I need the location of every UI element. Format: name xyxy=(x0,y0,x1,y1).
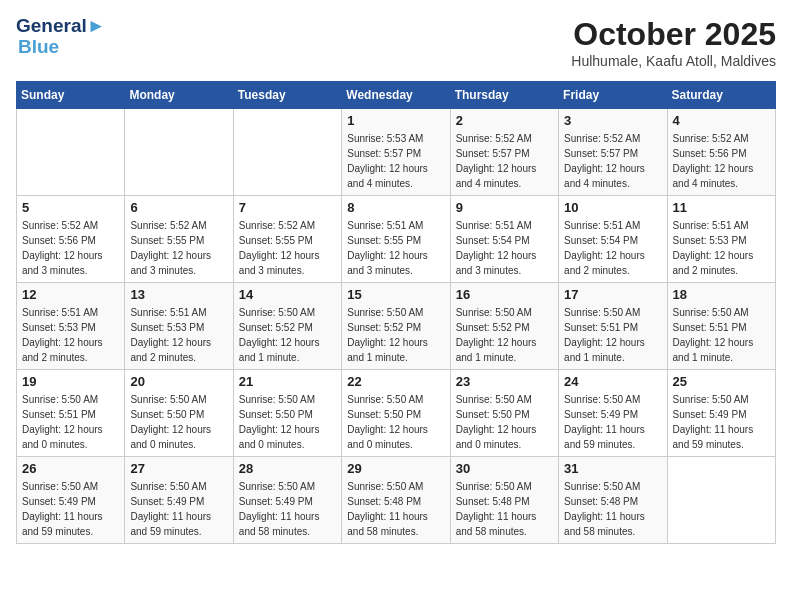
calendar-cell: 15Sunrise: 5:50 AMSunset: 5:52 PMDayligh… xyxy=(342,283,450,370)
day-number: 2 xyxy=(456,113,553,128)
calendar-cell: 17Sunrise: 5:50 AMSunset: 5:51 PMDayligh… xyxy=(559,283,667,370)
calendar-cell: 22Sunrise: 5:50 AMSunset: 5:50 PMDayligh… xyxy=(342,370,450,457)
calendar-cell: 9Sunrise: 5:51 AMSunset: 5:54 PMDaylight… xyxy=(450,196,558,283)
day-number: 23 xyxy=(456,374,553,389)
day-info: Sunrise: 5:51 AMSunset: 5:53 PMDaylight:… xyxy=(673,218,770,278)
calendar-cell xyxy=(667,457,775,544)
calendar-cell: 24Sunrise: 5:50 AMSunset: 5:49 PMDayligh… xyxy=(559,370,667,457)
day-info: Sunrise: 5:50 AMSunset: 5:51 PMDaylight:… xyxy=(673,305,770,365)
day-number: 1 xyxy=(347,113,444,128)
day-info: Sunrise: 5:50 AMSunset: 5:51 PMDaylight:… xyxy=(564,305,661,365)
day-number: 27 xyxy=(130,461,227,476)
calendar-cell: 11Sunrise: 5:51 AMSunset: 5:53 PMDayligh… xyxy=(667,196,775,283)
day-number: 28 xyxy=(239,461,336,476)
calendar-header-row: SundayMondayTuesdayWednesdayThursdayFrid… xyxy=(17,82,776,109)
week-row-5: 26Sunrise: 5:50 AMSunset: 5:49 PMDayligh… xyxy=(17,457,776,544)
location: Hulhumale, Kaafu Atoll, Maldives xyxy=(571,53,776,69)
day-number: 4 xyxy=(673,113,770,128)
calendar-cell: 3Sunrise: 5:52 AMSunset: 5:57 PMDaylight… xyxy=(559,109,667,196)
week-row-1: 1Sunrise: 5:53 AMSunset: 5:57 PMDaylight… xyxy=(17,109,776,196)
day-info: Sunrise: 5:50 AMSunset: 5:49 PMDaylight:… xyxy=(22,479,119,539)
calendar-cell: 13Sunrise: 5:51 AMSunset: 5:53 PMDayligh… xyxy=(125,283,233,370)
calendar-cell: 25Sunrise: 5:50 AMSunset: 5:49 PMDayligh… xyxy=(667,370,775,457)
day-number: 24 xyxy=(564,374,661,389)
day-info: Sunrise: 5:50 AMSunset: 5:49 PMDaylight:… xyxy=(564,392,661,452)
week-row-2: 5Sunrise: 5:52 AMSunset: 5:56 PMDaylight… xyxy=(17,196,776,283)
day-header-saturday: Saturday xyxy=(667,82,775,109)
calendar-cell: 7Sunrise: 5:52 AMSunset: 5:55 PMDaylight… xyxy=(233,196,341,283)
day-number: 26 xyxy=(22,461,119,476)
calendar-cell: 12Sunrise: 5:51 AMSunset: 5:53 PMDayligh… xyxy=(17,283,125,370)
day-info: Sunrise: 5:50 AMSunset: 5:50 PMDaylight:… xyxy=(239,392,336,452)
day-header-wednesday: Wednesday xyxy=(342,82,450,109)
calendar-cell xyxy=(125,109,233,196)
week-row-4: 19Sunrise: 5:50 AMSunset: 5:51 PMDayligh… xyxy=(17,370,776,457)
day-number: 13 xyxy=(130,287,227,302)
calendar-cell: 4Sunrise: 5:52 AMSunset: 5:56 PMDaylight… xyxy=(667,109,775,196)
day-info: Sunrise: 5:50 AMSunset: 5:49 PMDaylight:… xyxy=(673,392,770,452)
day-number: 18 xyxy=(673,287,770,302)
day-info: Sunrise: 5:51 AMSunset: 5:54 PMDaylight:… xyxy=(456,218,553,278)
calendar-cell: 28Sunrise: 5:50 AMSunset: 5:49 PMDayligh… xyxy=(233,457,341,544)
day-number: 12 xyxy=(22,287,119,302)
calendar-cell: 5Sunrise: 5:52 AMSunset: 5:56 PMDaylight… xyxy=(17,196,125,283)
calendar-cell: 21Sunrise: 5:50 AMSunset: 5:50 PMDayligh… xyxy=(233,370,341,457)
calendar-cell: 14Sunrise: 5:50 AMSunset: 5:52 PMDayligh… xyxy=(233,283,341,370)
day-number: 22 xyxy=(347,374,444,389)
day-number: 8 xyxy=(347,200,444,215)
day-header-sunday: Sunday xyxy=(17,82,125,109)
day-info: Sunrise: 5:52 AMSunset: 5:56 PMDaylight:… xyxy=(22,218,119,278)
day-number: 30 xyxy=(456,461,553,476)
day-number: 14 xyxy=(239,287,336,302)
day-number: 16 xyxy=(456,287,553,302)
logo: General► Blue xyxy=(16,16,106,58)
day-info: Sunrise: 5:50 AMSunset: 5:49 PMDaylight:… xyxy=(130,479,227,539)
day-number: 6 xyxy=(130,200,227,215)
day-info: Sunrise: 5:52 AMSunset: 5:55 PMDaylight:… xyxy=(239,218,336,278)
day-info: Sunrise: 5:50 AMSunset: 5:48 PMDaylight:… xyxy=(456,479,553,539)
day-info: Sunrise: 5:50 AMSunset: 5:50 PMDaylight:… xyxy=(456,392,553,452)
day-number: 29 xyxy=(347,461,444,476)
day-info: Sunrise: 5:50 AMSunset: 5:50 PMDaylight:… xyxy=(130,392,227,452)
day-header-thursday: Thursday xyxy=(450,82,558,109)
title-block: October 2025 Hulhumale, Kaafu Atoll, Mal… xyxy=(571,16,776,69)
week-row-3: 12Sunrise: 5:51 AMSunset: 5:53 PMDayligh… xyxy=(17,283,776,370)
calendar-body: 1Sunrise: 5:53 AMSunset: 5:57 PMDaylight… xyxy=(17,109,776,544)
calendar-cell: 16Sunrise: 5:50 AMSunset: 5:52 PMDayligh… xyxy=(450,283,558,370)
calendar-cell: 23Sunrise: 5:50 AMSunset: 5:50 PMDayligh… xyxy=(450,370,558,457)
day-info: Sunrise: 5:50 AMSunset: 5:52 PMDaylight:… xyxy=(347,305,444,365)
calendar-cell: 27Sunrise: 5:50 AMSunset: 5:49 PMDayligh… xyxy=(125,457,233,544)
day-header-friday: Friday xyxy=(559,82,667,109)
day-number: 9 xyxy=(456,200,553,215)
day-info: Sunrise: 5:51 AMSunset: 5:53 PMDaylight:… xyxy=(22,305,119,365)
day-header-tuesday: Tuesday xyxy=(233,82,341,109)
calendar-cell: 8Sunrise: 5:51 AMSunset: 5:55 PMDaylight… xyxy=(342,196,450,283)
day-number: 20 xyxy=(130,374,227,389)
day-number: 11 xyxy=(673,200,770,215)
day-number: 19 xyxy=(22,374,119,389)
day-number: 31 xyxy=(564,461,661,476)
day-info: Sunrise: 5:50 AMSunset: 5:48 PMDaylight:… xyxy=(347,479,444,539)
day-info: Sunrise: 5:51 AMSunset: 5:55 PMDaylight:… xyxy=(347,218,444,278)
day-header-monday: Monday xyxy=(125,82,233,109)
day-number: 3 xyxy=(564,113,661,128)
calendar-cell: 18Sunrise: 5:50 AMSunset: 5:51 PMDayligh… xyxy=(667,283,775,370)
day-number: 25 xyxy=(673,374,770,389)
day-number: 10 xyxy=(564,200,661,215)
logo-text: General► xyxy=(16,16,106,37)
day-info: Sunrise: 5:53 AMSunset: 5:57 PMDaylight:… xyxy=(347,131,444,191)
day-info: Sunrise: 5:52 AMSunset: 5:57 PMDaylight:… xyxy=(456,131,553,191)
calendar-cell: 10Sunrise: 5:51 AMSunset: 5:54 PMDayligh… xyxy=(559,196,667,283)
day-info: Sunrise: 5:51 AMSunset: 5:53 PMDaylight:… xyxy=(130,305,227,365)
day-info: Sunrise: 5:52 AMSunset: 5:55 PMDaylight:… xyxy=(130,218,227,278)
day-info: Sunrise: 5:52 AMSunset: 5:56 PMDaylight:… xyxy=(673,131,770,191)
calendar-cell: 26Sunrise: 5:50 AMSunset: 5:49 PMDayligh… xyxy=(17,457,125,544)
calendar-cell: 2Sunrise: 5:52 AMSunset: 5:57 PMDaylight… xyxy=(450,109,558,196)
calendar-cell: 1Sunrise: 5:53 AMSunset: 5:57 PMDaylight… xyxy=(342,109,450,196)
day-info: Sunrise: 5:50 AMSunset: 5:52 PMDaylight:… xyxy=(239,305,336,365)
day-info: Sunrise: 5:50 AMSunset: 5:50 PMDaylight:… xyxy=(347,392,444,452)
calendar-cell: 29Sunrise: 5:50 AMSunset: 5:48 PMDayligh… xyxy=(342,457,450,544)
logo-blue: Blue xyxy=(18,37,106,58)
day-info: Sunrise: 5:51 AMSunset: 5:54 PMDaylight:… xyxy=(564,218,661,278)
calendar-cell xyxy=(233,109,341,196)
